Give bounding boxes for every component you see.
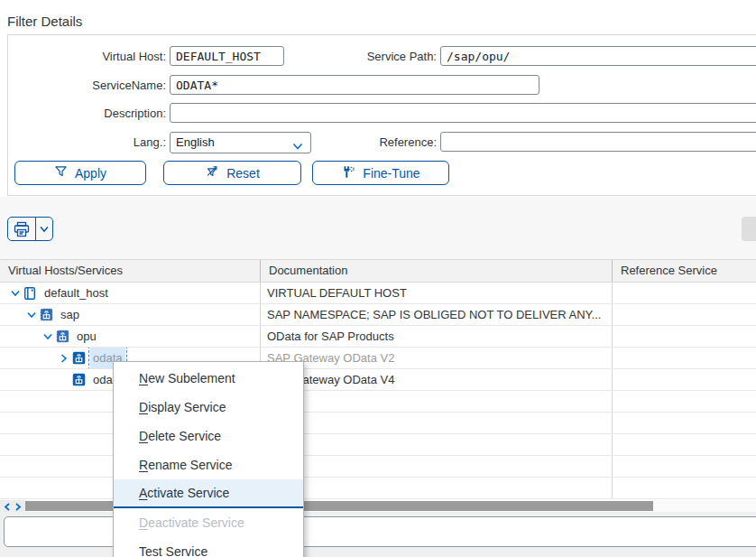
documentation-cell: OData for SAP Products xyxy=(260,326,612,347)
lang-label: Lang.: xyxy=(8,132,166,153)
printer-icon[interactable] xyxy=(8,218,36,240)
service-path-input[interactable] xyxy=(440,46,756,66)
print-options-chevron-down-icon[interactable] xyxy=(36,218,52,240)
menu-item-deactivate-service: Deactivate Service xyxy=(114,508,303,537)
chevron-down-icon[interactable] xyxy=(40,330,55,344)
reference-service-cell xyxy=(612,326,756,347)
menu-item-activate-service[interactable]: Activate Service xyxy=(114,479,303,508)
apply-button[interactable]: Apply xyxy=(14,161,146,185)
toolbar-right-button-cutoff[interactable] xyxy=(742,217,756,241)
menu-item-delete-service[interactable]: Delete Service xyxy=(114,422,303,450)
chevron-down-icon[interactable] xyxy=(23,308,39,322)
column-header-virtual-hosts-services: Virtual Hosts/Services xyxy=(0,260,260,282)
chevron-down-icon[interactable] xyxy=(7,286,23,301)
tree-node-label[interactable]: opu xyxy=(74,326,99,347)
service-node-filtered-icon xyxy=(55,330,69,344)
menu-item-test-service[interactable]: Test Service xyxy=(114,537,303,557)
reference-service-cell xyxy=(612,283,756,303)
reset-button-label: Reset xyxy=(226,166,260,181)
sicf-maintain-services-screen: Filter Details Virtual Host: Service Pat… xyxy=(0,0,756,557)
fine-tune-button[interactable]: Fine-Tune xyxy=(312,161,449,185)
reference-input[interactable] xyxy=(440,132,756,152)
reset-button[interactable]: Reset xyxy=(163,161,301,185)
context-menu: New SubelementDisplay ServiceDelete Serv… xyxy=(113,361,304,557)
scrollbar-buttons xyxy=(0,500,25,512)
reference-service-cell xyxy=(612,369,756,390)
filter-funnel-icon xyxy=(54,165,68,181)
documentation-cell: SAP Gateway OData V2 xyxy=(260,348,612,368)
tree-indent-spacer xyxy=(56,373,71,387)
menu-item-display-service[interactable]: Display Service xyxy=(114,393,303,422)
tree-node-label[interactable]: sap xyxy=(58,304,82,325)
chevron-right-icon[interactable] xyxy=(14,498,22,515)
table-row[interactable]: sapSAP NAMESPACE; SAP IS OBLIGED NOT TO … xyxy=(0,304,756,326)
table-header: Virtual Hosts/ServicesDocumentationRefer… xyxy=(0,259,756,283)
toolbar-background-band xyxy=(0,197,756,259)
chevron-left-icon[interactable] xyxy=(4,498,11,515)
service-node-filtered-icon xyxy=(39,308,53,322)
tree-node-label[interactable]: default_host xyxy=(41,283,111,303)
documentation-cell: SAP Gateway OData V4 xyxy=(260,369,612,390)
reference-service-cell xyxy=(612,348,756,368)
filter-details-panel: Virtual Host: Service Path: ServiceName:… xyxy=(7,34,756,196)
lang-select-value: English xyxy=(176,135,215,149)
description-label: Description: xyxy=(8,103,166,125)
apply-button-label: Apply xyxy=(75,166,106,181)
fine-tune-tools-icon xyxy=(341,165,355,181)
page-title: Filter Details xyxy=(7,14,82,29)
documentation-cell: VIRTUAL DEFAULT HOST xyxy=(260,283,612,303)
reset-filter-icon xyxy=(205,165,219,181)
menu-item-new-subelement[interactable]: New Subelement xyxy=(114,364,303,393)
chevron-right-icon[interactable] xyxy=(56,351,71,366)
table-row[interactable]: opuOData for SAP Products xyxy=(0,326,756,348)
service-name-input[interactable] xyxy=(170,75,539,95)
reference-service-cell xyxy=(612,304,756,325)
reference-label: Reference: xyxy=(261,132,437,153)
service-path-label: Service Path: xyxy=(261,46,437,68)
column-header-reference-service: Reference Service xyxy=(612,260,756,282)
service-node-icon xyxy=(71,373,86,387)
print-split-button[interactable] xyxy=(7,217,53,241)
column-header-documentation: Documentation xyxy=(260,260,612,282)
service-name-label: ServiceName: xyxy=(8,75,166,97)
table-row[interactable]: default_hostVIRTUAL DEFAULT HOST xyxy=(0,283,756,304)
menu-item-rename-service[interactable]: Rename Service xyxy=(114,450,303,479)
service-node-icon xyxy=(71,351,86,366)
virtual-host-icon xyxy=(23,286,37,301)
virtual-host-label: Virtual Host: xyxy=(8,46,166,68)
documentation-cell: SAP NAMESPACE; SAP IS OBLIGED NOT TO DEL… xyxy=(260,304,612,325)
fine-tune-button-label: Fine-Tune xyxy=(363,166,419,181)
description-input[interactable] xyxy=(170,103,756,123)
